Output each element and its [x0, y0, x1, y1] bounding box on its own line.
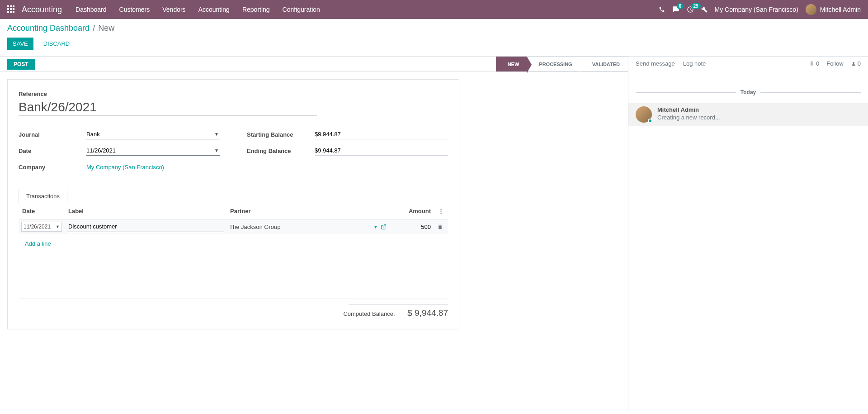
attachments-count: 0: [816, 60, 819, 67]
menu-customers[interactable]: Customers: [119, 6, 150, 13]
messages-badge: 6: [677, 3, 684, 9]
ending-balance-input[interactable]: [315, 146, 448, 156]
status-stages: NEW PROCESSING VALIDATED: [496, 57, 628, 71]
right-column: Starting Balance Ending Balance: [247, 128, 448, 177]
today-separator: Today: [636, 89, 861, 95]
row-label-input[interactable]: [67, 221, 224, 232]
table-row[interactable]: 11/26/2021 ▼ The: [19, 219, 448, 234]
attachments-button[interactable]: 0: [809, 60, 819, 67]
form-sheet: Reference Journal ▼ Date: [7, 79, 459, 329]
menu-reporting[interactable]: Reporting: [242, 6, 270, 13]
message-author: Mitchell Admin: [657, 106, 720, 113]
save-button[interactable]: SAVE: [7, 38, 33, 50]
th-label[interactable]: Label: [65, 203, 226, 219]
transactions-table: Date Label Partner Amount ⋮: [19, 203, 448, 253]
activities-badge: 29: [691, 3, 701, 9]
send-message-button[interactable]: Send message: [636, 60, 675, 67]
message-text: Creating a new record...: [657, 114, 720, 121]
form-area: POST NEW PROCESSING VALIDATED Reference …: [0, 57, 628, 412]
add-line-link[interactable]: Add a line: [21, 236, 445, 252]
computed-balance-value: $ 9,944.87: [407, 308, 448, 318]
row-partner-value[interactable]: The Jackson Group: [229, 224, 371, 230]
user-name: Mitchell Admin: [820, 6, 861, 13]
tab-bar: Transactions: [19, 188, 448, 203]
external-link-icon[interactable]: [381, 224, 387, 230]
control-panel: Accounting Dashboard / New SAVE DISCARD: [0, 19, 868, 57]
messages-icon[interactable]: 6: [672, 6, 679, 13]
followers-button[interactable]: 0: [851, 60, 861, 67]
chatter-topbar: Send message Log note 0 Follow 0: [628, 57, 868, 71]
follow-button[interactable]: Follow: [826, 60, 844, 67]
debug-icon[interactable]: [701, 6, 708, 13]
form-grid: Journal ▼ Date ▼: [19, 128, 448, 177]
left-column: Journal ▼ Date ▼: [19, 128, 220, 177]
stage-processing[interactable]: PROCESSING: [527, 57, 580, 71]
menu-accounting[interactable]: Accounting: [198, 6, 230, 13]
activities-icon[interactable]: 29: [687, 6, 694, 13]
row-amount-input[interactable]: [392, 222, 432, 232]
apps-icon[interactable]: [7, 5, 15, 14]
journal-input[interactable]: [86, 129, 220, 139]
content-area: POST NEW PROCESSING VALIDATED Reference …: [0, 57, 868, 412]
row-date-value: 11/26/2021: [24, 224, 51, 230]
main-menu: Dashboard Customers Vendors Accounting R…: [75, 6, 320, 13]
phone-icon[interactable]: [659, 6, 665, 13]
log-message: Mitchell Admin Creating a new record...: [628, 103, 868, 126]
th-amount[interactable]: Amount: [389, 203, 434, 219]
ending-balance-label: Ending Balance: [247, 148, 315, 154]
sheet-wrap: Reference Journal ▼ Date: [0, 72, 628, 337]
company-selector[interactable]: My Company (San Francisco): [715, 6, 798, 13]
chatter: Send message Log note 0 Follow 0 Today: [628, 57, 868, 412]
menu-configuration[interactable]: Configuration: [283, 6, 320, 13]
breadcrumb: Accounting Dashboard / New: [7, 24, 861, 33]
sheet-footer: Computed Balance: $ 9,944.87: [19, 299, 448, 318]
control-buttons: SAVE DISCARD: [7, 38, 861, 50]
th-date[interactable]: Date: [19, 203, 65, 219]
top-navbar: Accounting Dashboard Customers Vendors A…: [0, 0, 868, 19]
tab-content: Date Label Partner Amount ⋮: [19, 203, 448, 318]
breadcrumb-parent[interactable]: Accounting Dashboard: [7, 24, 90, 33]
th-partner[interactable]: Partner: [226, 203, 389, 219]
navbar-right: 6 29 My Company (San Francisco) Mitchell…: [659, 4, 861, 15]
status-bar: POST NEW PROCESSING VALIDATED: [0, 57, 628, 72]
post-button[interactable]: POST: [7, 59, 35, 70]
journal-label: Journal: [19, 131, 86, 138]
menu-vendors[interactable]: Vendors: [162, 6, 185, 13]
today-label: Today: [736, 89, 760, 95]
starting-balance-label: Starting Balance: [247, 131, 315, 138]
discard-button[interactable]: DISCARD: [38, 38, 75, 50]
stage-new[interactable]: NEW: [496, 57, 528, 71]
reference-input[interactable]: [19, 99, 317, 116]
starting-balance-input[interactable]: [315, 129, 448, 139]
column-options-icon[interactable]: ⋮: [434, 203, 448, 219]
app-brand[interactable]: Accounting: [22, 5, 62, 14]
user-menu[interactable]: Mitchell Admin: [806, 4, 861, 15]
log-note-button[interactable]: Log note: [683, 60, 706, 67]
notebook: Transactions Date Label Partner Amount ⋮: [19, 188, 448, 318]
stage-validated[interactable]: VALIDATED: [580, 57, 628, 71]
reference-label: Reference: [19, 90, 448, 97]
caret-down-icon[interactable]: ▼: [373, 224, 378, 229]
company-link[interactable]: My Company (San Francisco): [86, 164, 164, 171]
breadcrumb-current: New: [98, 24, 114, 33]
row-date-input[interactable]: 11/26/2021 ▼: [21, 222, 62, 232]
add-line-row: Add a line: [19, 234, 448, 253]
row-partner-cell: The Jackson Group ▼: [229, 224, 387, 230]
message-avatar-icon: [636, 106, 652, 123]
user-avatar-icon: [806, 4, 816, 15]
delete-row-icon[interactable]: [434, 219, 448, 234]
followers-count: 0: [858, 60, 861, 67]
date-input[interactable]: [86, 146, 220, 156]
company-label: Company: [19, 164, 86, 171]
breadcrumb-separator: /: [93, 24, 95, 33]
menu-dashboard[interactable]: Dashboard: [75, 6, 107, 13]
date-label: Date: [19, 148, 86, 154]
computed-balance-label: Computed Balance:: [343, 310, 395, 317]
caret-down-icon: ▼: [56, 224, 60, 229]
tab-transactions[interactable]: Transactions: [19, 189, 67, 203]
